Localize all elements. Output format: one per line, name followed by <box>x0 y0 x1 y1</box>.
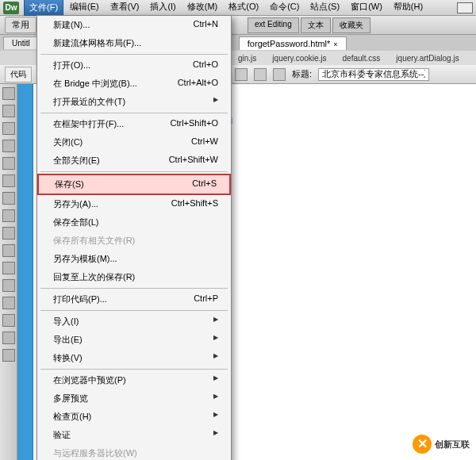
watermark: ✕ 创新互联 <box>413 435 470 454</box>
menu-item-shortcut: Ctrl+P <box>194 293 218 305</box>
menu-item-label: 另存为模板(M)... <box>53 253 117 265</box>
tool-icon[interactable] <box>2 262 15 274</box>
menu-item-label: 转换(V) <box>53 352 83 364</box>
menu-item[interactable]: 打开(O)...Ctrl+O <box>37 56 231 75</box>
menu-item[interactable]: 验证 <box>37 426 231 444</box>
menu-item[interactable]: 保存所有相关文件(R) <box>37 232 231 250</box>
menu-item-label: 保存所有相关文件(R) <box>53 235 135 247</box>
related-file[interactable]: jquery.cookie.js <box>267 53 331 63</box>
menu-item[interactable]: 打开最近的文件(T) <box>37 93 231 111</box>
menu-item-shortcut: Ctrl+Shift+W <box>169 155 218 167</box>
tool-icon[interactable] <box>2 87 15 100</box>
menu-site[interactable]: 站点(S) <box>305 0 344 16</box>
menu-item-label: 导出(E) <box>53 334 83 346</box>
tool-icon[interactable] <box>2 174 15 187</box>
tool-icon[interactable] <box>2 105 15 117</box>
menu-item-label: 新建(N)... <box>53 19 90 31</box>
menu-item-label: 在浏览器中预览(P) <box>53 374 126 386</box>
close-icon[interactable]: × <box>333 40 337 48</box>
tool-icon[interactable] <box>2 157 15 170</box>
menu-view[interactable]: 查看(V) <box>106 0 144 16</box>
related-file[interactable]: jquery.artDialog.js <box>391 53 463 63</box>
tool-icon[interactable] <box>2 349 15 362</box>
menu-separator <box>40 54 228 55</box>
coding-toolbar <box>0 84 17 460</box>
menu-modify[interactable]: 修改(M) <box>182 0 223 16</box>
layout-switcher-icon[interactable] <box>457 2 473 13</box>
menu-item-label: 在框架中打开(F)... <box>53 118 124 130</box>
menu-item[interactable]: 检查页(H) <box>37 408 231 426</box>
menu-item[interactable]: 全部关闭(E)Ctrl+Shift+W <box>37 151 231 170</box>
menu-item[interactable]: 与远程服务器比较(W) <box>37 444 231 460</box>
tool-icon[interactable] <box>2 122 15 135</box>
tool-icon[interactable] <box>2 314 15 327</box>
menu-item[interactable]: 转换(V) <box>37 349 231 367</box>
related-file[interactable]: default.css <box>338 53 386 63</box>
file-tab-untitled[interactable]: Untitl <box>3 36 39 49</box>
menu-item[interactable]: 关闭(C)Ctrl+W <box>37 133 231 151</box>
menu-item[interactable]: 另存为(A)...Ctrl+Shift+S <box>37 195 231 213</box>
menu-item-shortcut: Ctrl+N <box>194 19 218 31</box>
menu-item-label: 在 Bridge 中浏览(B)... <box>53 78 137 90</box>
menu-item-label: 打开(O)... <box>53 59 90 71</box>
file-tab-active[interactable]: forgetPassword.html*× <box>239 36 347 50</box>
page-title-input[interactable] <box>318 68 429 81</box>
menu-item[interactable]: 在 Bridge 中浏览(B)...Ctrl+Alt+O <box>37 75 231 93</box>
menu-item-label: 打开最近的文件(T) <box>53 96 125 108</box>
tab-text[interactable]: 文本 <box>301 17 331 33</box>
menu-item-label: 多屏预览 <box>53 393 88 404</box>
menu-format[interactable]: 格式(O) <box>224 0 263 16</box>
watermark-text: 创新互联 <box>435 439 470 450</box>
menu-item[interactable]: 导出(E) <box>37 331 231 349</box>
tool-icon[interactable] <box>2 279 15 292</box>
toolbar-icon[interactable] <box>254 68 267 81</box>
menu-item-label: 导入(I) <box>53 316 79 328</box>
menu-item[interactable]: 保存(S)Ctrl+S <box>37 174 231 195</box>
tool-icon[interactable] <box>2 227 15 240</box>
menu-item[interactable]: 保存全部(L) <box>37 213 231 232</box>
menu-item[interactable]: 打印代码(P)...Ctrl+P <box>37 290 231 309</box>
tool-icon[interactable] <box>2 140 15 152</box>
menu-item-shortcut: Ctrl+Shift+O <box>170 118 218 130</box>
menu-window[interactable]: 窗口(W) <box>346 0 387 16</box>
menu-file[interactable]: 文件(F) <box>24 0 63 16</box>
menu-item[interactable]: 新建(N)...Ctrl+N <box>37 16 231 34</box>
menu-bar: Dw 文件(F) 编辑(E) 查看(V) 插入(I) 修改(M) 格式(O) 命… <box>0 0 476 16</box>
menu-separator <box>40 171 228 172</box>
menu-item[interactable]: 回复至上次的保存(R) <box>37 268 231 286</box>
menu-item-shortcut: Ctrl+W <box>191 136 218 148</box>
menu-item[interactable]: 另存为模板(M)... <box>37 250 231 268</box>
related-files-bar: gin.js jquery.cookie.js default.css jque… <box>230 51 476 65</box>
tab-favorites[interactable]: 收藏夹 <box>332 17 370 33</box>
menu-item[interactable]: 多屏预览 <box>37 389 231 408</box>
tool-icon[interactable] <box>2 209 15 222</box>
menu-item[interactable]: 在浏览器中预览(P) <box>37 371 231 389</box>
menu-separator <box>40 369 228 370</box>
menu-item-shortcut: Ctrl+Shift+S <box>171 198 218 210</box>
refresh-icon[interactable] <box>273 68 286 81</box>
menu-separator <box>40 113 228 113</box>
toolbar-icon[interactable] <box>235 68 248 81</box>
insert-category-dropdown[interactable]: 常用 <box>5 17 36 33</box>
related-file[interactable]: gin.js <box>233 53 261 63</box>
tool-icon[interactable] <box>2 297 15 309</box>
gutter <box>17 84 33 460</box>
menu-item[interactable]: 在框架中打开(F)...Ctrl+Shift+O <box>37 115 231 133</box>
menu-item-label: 另存为(A)... <box>53 198 98 210</box>
title-label: 标题: <box>292 68 312 80</box>
menu-edit[interactable]: 编辑(E) <box>65 0 104 16</box>
menu-insert[interactable]: 插入(I) <box>145 0 180 16</box>
menu-item[interactable]: 新建流体网格布局(F)... <box>37 34 231 52</box>
menu-help[interactable]: 帮助(H) <box>389 0 428 16</box>
menu-item-label: 保存全部(L) <box>53 217 98 228</box>
tab-text-editing[interactable]: ext Editing <box>248 17 299 33</box>
menu-item-shortcut: Ctrl+O <box>193 59 218 71</box>
code-view-button[interactable]: 代码 <box>5 67 32 82</box>
menu-item-label: 关闭(C) <box>53 136 83 148</box>
menu-item[interactable]: 导入(I) <box>37 312 231 331</box>
menu-command[interactable]: 命令(C) <box>265 0 304 16</box>
tool-icon[interactable] <box>2 244 15 257</box>
tool-icon[interactable] <box>2 332 15 344</box>
menu-separator <box>40 310 228 311</box>
tool-icon[interactable] <box>2 192 15 205</box>
